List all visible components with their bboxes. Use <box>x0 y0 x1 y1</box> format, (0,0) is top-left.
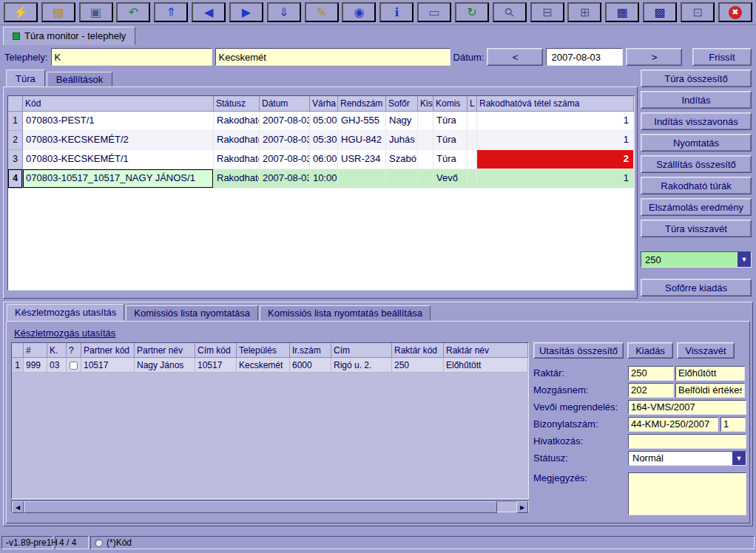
up-arrow-icon: ⇑ <box>166 7 176 18</box>
col-raktar-kod[interactable]: Raktár kód <box>392 343 444 358</box>
bizonylat-sorszam-input[interactable] <box>720 417 746 432</box>
window-tab[interactable]: Túra monitor - telephely <box>3 27 135 45</box>
table-row[interactable]: 2 070803-KECSKEMÉT/2 Rakodható 2007-08-0… <box>8 131 634 150</box>
statusz-select[interactable]: Normál ▼ <box>628 451 746 466</box>
horizontal-scrollbar[interactable]: ◀ ▶ <box>11 501 529 512</box>
grid-button[interactable]: ▦ <box>605 2 639 22</box>
raktar-kod-input[interactable] <box>628 366 674 381</box>
chevron-down-icon[interactable]: ▼ <box>738 252 751 267</box>
date-prev-button[interactable]: < <box>487 48 543 66</box>
date-next-button[interactable]: > <box>626 48 682 66</box>
col-rakodhato[interactable]: Rakodhatóvá tétel száma <box>477 96 634 112</box>
exit-button[interactable]: ✖ <box>718 2 752 22</box>
col-statusz[interactable]: Státusz <box>214 96 260 112</box>
table-row-selected[interactable]: 4 070803-10517_10517_NAGY JÁNOS/1 Rakodh… <box>8 169 634 189</box>
table-row[interactable]: 3 070803-KECSKEMÉT/1 Rakodható 2007-08-0… <box>8 150 634 169</box>
focused-cell: 070803-10517_10517_NAGY JÁNOS/1 <box>23 169 214 189</box>
calculator-button[interactable]: ⊡ <box>681 2 715 22</box>
prev-button[interactable]: ◀ <box>192 2 226 22</box>
next-button[interactable]: ▶ <box>229 2 263 22</box>
open-button[interactable]: ▤ <box>41 2 75 22</box>
site-name-input[interactable] <box>215 48 450 66</box>
keszlet-table-header: # K. ? Partner kód Partner név Cím kód T… <box>12 343 528 358</box>
tab-keszletmozgas[interactable]: Készletmozgás utasítás <box>7 304 124 321</box>
tura-osszesito-button[interactable]: Túra összesítő <box>641 69 752 87</box>
info-button[interactable]: ℹ <box>379 2 414 22</box>
scroll-left-icon[interactable]: ◀ <box>12 501 24 513</box>
scroll-right-icon[interactable]: ▶ <box>516 501 528 513</box>
col-rendszam[interactable]: Rendszám <box>338 96 386 112</box>
kiadas-button[interactable]: Kiadás <box>627 342 673 359</box>
tab-beallitasok[interactable]: Beállítások <box>47 72 113 87</box>
col-partner-nev[interactable]: Partner név <box>135 343 195 358</box>
col-k[interactable]: K. <box>47 343 67 358</box>
col-l[interactable]: L <box>468 96 477 112</box>
col-partner-kod[interactable]: Partner kód <box>81 343 135 358</box>
hivatkozas-input[interactable] <box>628 434 746 449</box>
save-button[interactable]: ▣ <box>79 2 113 22</box>
vevoi-input[interactable] <box>628 400 746 415</box>
undo-arrow-icon: ↶ <box>129 7 138 18</box>
row-checkbox[interactable] <box>70 362 78 370</box>
undo-button[interactable]: ↶ <box>116 2 150 22</box>
col-varhato[interactable]: Várha <box>310 96 338 112</box>
bottom-panel: Készletmozgás utasítás Komissiós lista n… <box>3 302 753 526</box>
refresh-data-button[interactable]: ↻ <box>455 2 489 22</box>
section-title: Készletmozgás utasítás <box>14 328 115 339</box>
raktar-label: Raktár: <box>533 367 628 379</box>
save-icon: ▣ <box>90 7 101 18</box>
col-hash[interactable]: # <box>24 343 47 358</box>
tura-visszavet-button[interactable]: Túra visszavét <box>641 220 752 237</box>
nyomtatas-button[interactable]: Nyomtatás <box>641 134 752 152</box>
record-button[interactable]: ◉ <box>342 2 376 22</box>
search-button[interactable]: ⚲ <box>493 2 527 22</box>
col-telepules[interactable]: Település <box>237 343 290 358</box>
col-raktar-nev[interactable]: Raktár név <box>444 343 528 358</box>
mozgasnem-kod-input[interactable] <box>628 383 674 398</box>
edit-button[interactable]: ✎ <box>305 2 339 22</box>
warehouse-select[interactable]: 250 ▼ <box>641 251 752 268</box>
visszavet-button[interactable]: Visszavét <box>677 342 735 359</box>
chevron-down-icon[interactable]: ▼ <box>732 452 746 465</box>
grid-add-button[interactable]: ▩ <box>643 2 677 22</box>
print-preview-button[interactable]: ⊞ <box>567 2 601 22</box>
utasitas-osszesito-button[interactable]: Utasítás összesítő <box>533 342 624 359</box>
table-row[interactable]: 1 070803-PEST/1 Rakodható 2007-08-03 05:… <box>8 112 634 131</box>
mozgasnem-nev-input[interactable] <box>675 383 745 398</box>
col-cim-kod[interactable]: Cím kód <box>195 343 237 358</box>
col-datum[interactable]: Dátum <box>260 96 310 112</box>
last-button[interactable]: ⇓ <box>267 2 301 22</box>
sort-radio[interactable] <box>95 539 103 547</box>
col-cim[interactable]: Cím <box>331 343 392 358</box>
bizonylat-label: Bizonylatszám: <box>533 418 628 430</box>
scrollbar-thumb[interactable] <box>24 501 497 513</box>
col-komis[interactable]: Komis <box>433 96 468 112</box>
sofor-kiadas-button[interactable]: Sofőrre kiadás <box>641 279 752 296</box>
bizonylat-input[interactable] <box>628 417 718 432</box>
megjegyzes-textarea[interactable] <box>628 472 746 515</box>
col-irszam[interactable]: Ir.szám <box>290 343 331 358</box>
szallitas-osszesito-button[interactable]: Szállítás összesítő <box>641 155 752 173</box>
raktar-nev-input[interactable] <box>675 366 745 381</box>
info-icon: ℹ <box>394 7 399 18</box>
tab-komissios-beallitas[interactable]: Komissiós lista nyomtatás beállítása <box>260 305 431 321</box>
date-input[interactable] <box>546 48 623 66</box>
inditas-visszavonas-button[interactable]: Indítás visszavonás <box>641 112 752 130</box>
tab-tura[interactable]: Túra <box>6 69 45 87</box>
col-kis[interactable]: Kis <box>418 96 433 112</box>
tab-komissios-lista[interactable]: Komissiós lista nyomtatása <box>126 305 258 321</box>
col-question[interactable]: ? <box>67 343 81 358</box>
first-button[interactable]: ⇑ <box>154 2 188 22</box>
refresh-button[interactable]: Frissít <box>692 48 752 66</box>
keszlet-row[interactable]: 1 999 03 10517 Nagy János 10517 Kecskemé… <box>12 358 528 373</box>
rakodhato-turak-button[interactable]: Rakodható túrák <box>641 177 752 194</box>
window-button[interactable]: ▭ <box>417 2 451 22</box>
telephely-input[interactable] <box>51 48 212 66</box>
col-kod[interactable]: Kód <box>23 96 214 112</box>
col-sofor[interactable]: Sofőr <box>386 96 418 112</box>
run-button[interactable]: ⚡ <box>4 2 38 22</box>
window-icon: ▭ <box>429 7 440 18</box>
inditas-button[interactable]: Indítás <box>641 91 752 109</box>
print-button[interactable]: ⊟ <box>530 2 564 22</box>
elszamolas-eredmeny-button[interactable]: Elszámolás eredmény <box>641 198 752 216</box>
